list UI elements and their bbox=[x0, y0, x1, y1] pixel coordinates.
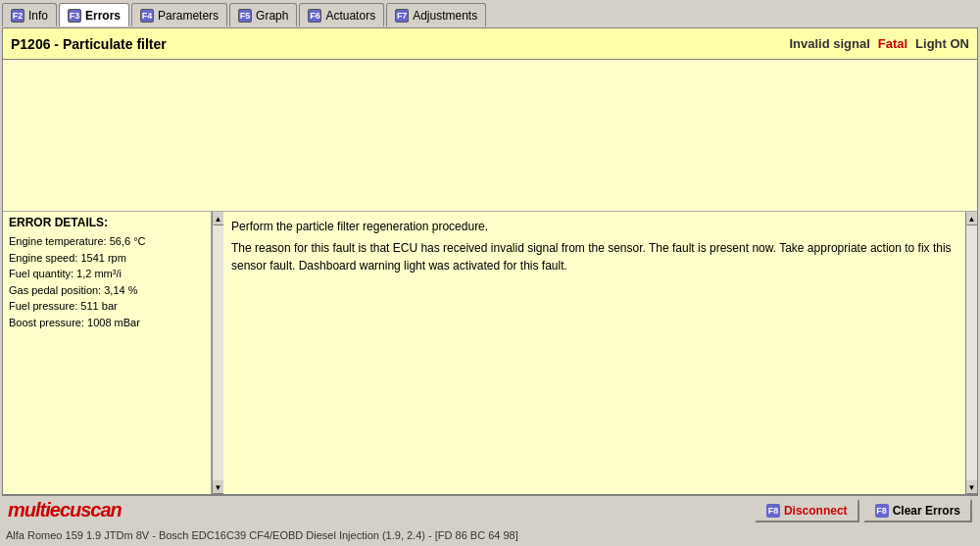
status-bar: multiecuscan F8 Disconnect F8 Clear Erro… bbox=[2, 495, 978, 524]
status-light-on: Light ON bbox=[915, 36, 969, 51]
tab-adjustments-label: Adjustments bbox=[413, 9, 477, 23]
action-buttons: F8 Disconnect F8 Clear Errors bbox=[755, 499, 972, 522]
status-invalid-signal: Invalid signal bbox=[789, 36, 869, 51]
error-details-title: ERROR DETAILS: bbox=[9, 216, 205, 229]
page-title: P1206 - Particulate filter bbox=[11, 36, 167, 52]
bottom-panels: ERROR DETAILS: Engine temperature: 56,6 … bbox=[3, 212, 977, 494]
disconnect-label: Disconnect bbox=[784, 504, 848, 518]
tab-errors[interactable]: F3 Errors bbox=[59, 3, 129, 26]
error-detail-fuel-qty: Fuel quantity: 1,2 mm³/i bbox=[9, 266, 205, 282]
error-panel-scrollbar[interactable]: ▲ ▼ bbox=[212, 212, 223, 494]
tab-info-icon: F2 bbox=[11, 9, 24, 23]
logo-ecu: ecu bbox=[50, 499, 80, 521]
tab-parameters-label: Parameters bbox=[158, 9, 219, 23]
logo-multi: multi bbox=[8, 499, 50, 521]
error-detail-engine-temp: Engine temperature: 56,6 °C bbox=[9, 233, 205, 250]
desc-scroll-track[interactable] bbox=[966, 225, 978, 480]
tab-actuators-icon: F6 bbox=[308, 9, 321, 23]
tab-adjustments[interactable]: F7 Adjustments bbox=[386, 3, 486, 26]
tab-adjustments-icon: F7 bbox=[395, 9, 409, 23]
clear-errors-label: Clear Errors bbox=[893, 504, 960, 518]
description-line1: Perform the particle filter regeneration… bbox=[231, 218, 957, 235]
tab-graph[interactable]: F5 Graph bbox=[229, 3, 297, 26]
app-logo: multiecuscan bbox=[8, 499, 122, 521]
clear-errors-button[interactable]: F8 Clear Errors bbox=[863, 499, 972, 522]
tab-actuators[interactable]: F6 Actuators bbox=[299, 3, 384, 26]
tab-bar: F2 Info F3 Errors F4 Parameters F5 Graph… bbox=[0, 0, 980, 27]
error-detail-engine-speed: Engine speed: 1541 rpm bbox=[9, 250, 205, 267]
description-scrollbar[interactable]: ▲ ▼ bbox=[965, 212, 977, 494]
scroll-track[interactable] bbox=[213, 225, 224, 480]
desc-scroll-up-btn[interactable]: ▲ bbox=[966, 212, 978, 225]
scroll-up-btn[interactable]: ▲ bbox=[213, 212, 224, 225]
tab-errors-icon: F3 bbox=[68, 9, 81, 23]
tab-graph-label: Graph bbox=[256, 9, 288, 23]
tab-parameters-icon: F4 bbox=[140, 9, 154, 23]
desc-scroll-down-btn[interactable]: ▼ bbox=[966, 480, 978, 494]
tab-parameters[interactable]: F4 Parameters bbox=[131, 3, 227, 26]
error-detail-gas-pedal: Gas pedal position: 3,14 % bbox=[9, 282, 205, 299]
tab-info[interactable]: F2 Info bbox=[2, 3, 57, 26]
car-info-bar: Alfa Romeo 159 1.9 JTDm 8V - Bosch EDC16… bbox=[0, 524, 980, 546]
main-content: P1206 - Particulate filter Invalid signa… bbox=[2, 27, 978, 495]
logo-scan: scan bbox=[80, 499, 122, 521]
tab-errors-label: Errors bbox=[85, 9, 121, 23]
car-info-text: Alfa Romeo 159 1.9 JTDm 8V - Bosch EDC16… bbox=[6, 529, 518, 541]
status-area: Invalid signal Fatal Light ON bbox=[789, 36, 969, 51]
error-detail-boost-pressure: Boost pressure: 1008 mBar bbox=[9, 315, 205, 331]
description-panel: Perform the particle filter regeneration… bbox=[223, 212, 965, 494]
description-line2: The reason for this fault is that ECU ha… bbox=[231, 239, 957, 274]
tab-graph-icon: F5 bbox=[238, 9, 252, 23]
status-fatal: Fatal bbox=[878, 36, 907, 51]
header-bar: P1206 - Particulate filter Invalid signa… bbox=[3, 28, 977, 60]
disconnect-icon: F8 bbox=[766, 504, 780, 518]
error-details-panel: ERROR DETAILS: Engine temperature: 56,6 … bbox=[3, 212, 212, 494]
clear-icon: F8 bbox=[875, 504, 889, 518]
error-detail-fuel-pressure: Fuel pressure: 511 bar bbox=[9, 298, 205, 315]
top-empty-panel bbox=[3, 60, 977, 212]
tab-actuators-label: Actuators bbox=[325, 9, 375, 23]
scroll-down-btn[interactable]: ▼ bbox=[213, 480, 224, 494]
disconnect-button[interactable]: F8 Disconnect bbox=[755, 499, 859, 522]
tab-info-label: Info bbox=[28, 9, 48, 23]
